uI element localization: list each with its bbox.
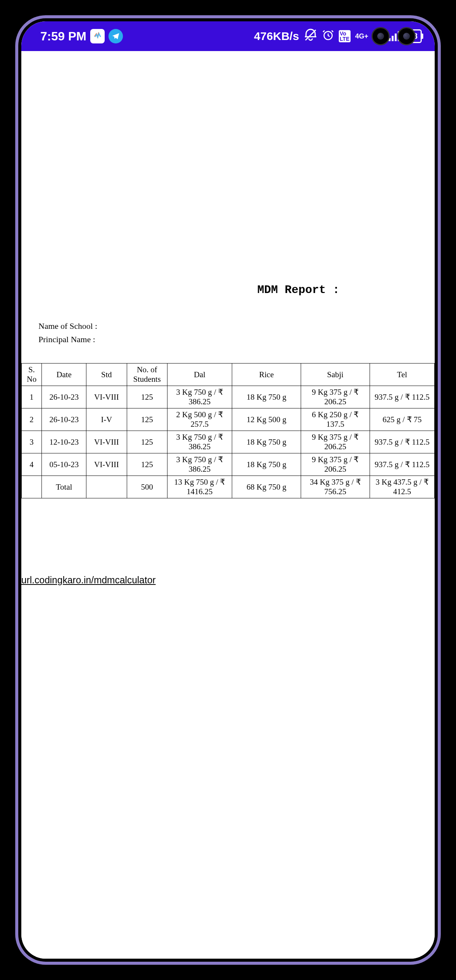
cell-sno: 2	[22, 408, 42, 431]
header-sno: S. No	[22, 363, 42, 386]
mdm-data-table: S. No Date Std No. of Students Dal Rice …	[21, 363, 435, 498]
cell-students: 125	[127, 408, 167, 431]
cell-std: VI-VIII	[86, 431, 127, 453]
cell-sabji: 9 Kg 375 g / ₹ 206.25	[301, 386, 370, 408]
header-std: Std	[86, 363, 127, 386]
camera-cutout	[371, 27, 416, 45]
header-students: No. of Students	[127, 363, 167, 386]
table-row: 312-10-23VI-VIII1253 Kg 750 g / ₹ 386.25…	[22, 431, 435, 453]
table-total-row: Total50013 Kg 750 g / ₹ 1416.2568 Kg 750…	[22, 476, 435, 498]
cell-date: 26-10-23	[42, 408, 86, 431]
cell-rice: 18 Kg 750 g	[232, 386, 301, 408]
table-row: 126-10-23VI-VIII1253 Kg 750 g / ₹ 386.25…	[22, 386, 435, 408]
cell-rice: 12 Kg 500 g	[232, 408, 301, 431]
cell-std: VI-VIII	[86, 386, 127, 408]
copilot-icon	[90, 29, 105, 43]
cell-sno: 1	[22, 386, 42, 408]
cell-dal: 3 Kg 750 g / ₹ 386.25	[167, 431, 232, 453]
alarm-icon	[322, 29, 334, 44]
cell-sno: 3	[22, 431, 42, 453]
principal-name-label: Principal Name :	[38, 333, 435, 346]
cell-sabji: 9 Kg 375 g / ₹ 206.25	[301, 431, 370, 453]
total-cell: 13 Kg 750 g / ₹ 1416.25	[167, 476, 232, 498]
report-title: MDM Report :	[162, 283, 435, 296]
total-cell: 3 Kg 437.5 g / ₹ 412.5	[370, 476, 434, 498]
screen: 7:59 PM 476KB/s	[21, 21, 435, 959]
cell-students: 125	[127, 431, 167, 453]
cell-rice: 18 Kg 750 g	[232, 431, 301, 453]
telegram-icon	[108, 29, 123, 43]
status-time: 7:59 PM	[40, 29, 86, 43]
cell-std: VI-VIII	[86, 453, 127, 476]
cell-tel: 937.5 g / ₹ 112.5	[370, 431, 434, 453]
header-tel: Tel	[370, 363, 434, 386]
cell-date: 05-10-23	[42, 453, 86, 476]
school-info: Name of School : Principal Name :	[38, 319, 435, 346]
source-url-link[interactable]: url.codingkaro.in/mdmcalculator	[21, 575, 435, 586]
cell-date: 26-10-23	[42, 386, 86, 408]
header-rice: Rice	[232, 363, 301, 386]
cell-students: 125	[127, 386, 167, 408]
header-sabji: Sabji	[301, 363, 370, 386]
total-cell	[22, 476, 42, 498]
total-cell: 68 Kg 750 g	[232, 476, 301, 498]
cell-sabji: 6 Kg 250 g / ₹ 137.5	[301, 408, 370, 431]
total-cell: 34 Kg 375 g / ₹ 756.25	[301, 476, 370, 498]
cell-sabji: 9 Kg 375 g / ₹ 206.25	[301, 453, 370, 476]
cell-dal: 2 Kg 500 g / ₹ 257.5	[167, 408, 232, 431]
cell-tel: 937.5 g / ₹ 112.5	[370, 453, 434, 476]
phone-frame: 7:59 PM 476KB/s	[15, 15, 441, 965]
school-name-label: Name of School :	[38, 319, 435, 333]
total-cell	[86, 476, 127, 498]
cell-sno: 4	[22, 453, 42, 476]
cell-tel: 625 g / ₹ 75	[370, 408, 434, 431]
status-bar: 7:59 PM 476KB/s	[21, 21, 435, 51]
network-speed: 476KB/s	[254, 30, 299, 43]
cell-std: I-V	[86, 408, 127, 431]
cell-date: 12-10-23	[42, 431, 86, 453]
header-dal: Dal	[167, 363, 232, 386]
cell-students: 125	[127, 453, 167, 476]
mute-icon	[304, 28, 317, 45]
total-cell: 500	[127, 476, 167, 498]
cell-tel: 937.5 g / ₹ 112.5	[370, 386, 434, 408]
volte-badge: VoLTE	[339, 30, 351, 42]
cell-dal: 3 Kg 750 g / ₹ 386.25	[167, 453, 232, 476]
table-header-row: S. No Date Std No. of Students Dal Rice …	[22, 363, 435, 386]
header-date: Date	[42, 363, 86, 386]
content-area: MDM Report : Name of School : Principal …	[21, 283, 435, 959]
table-row: 405-10-23VI-VIII1253 Kg 750 g / ₹ 386.25…	[22, 453, 435, 476]
cell-rice: 18 Kg 750 g	[232, 453, 301, 476]
phone-bezel: 7:59 PM 476KB/s	[18, 18, 438, 962]
cell-dal: 3 Kg 750 g / ₹ 386.25	[167, 386, 232, 408]
network-type: 4G+	[355, 32, 368, 40]
table-row: 226-10-23I-V1252 Kg 500 g / ₹ 257.512 Kg…	[22, 408, 435, 431]
total-cell: Total	[42, 476, 86, 498]
